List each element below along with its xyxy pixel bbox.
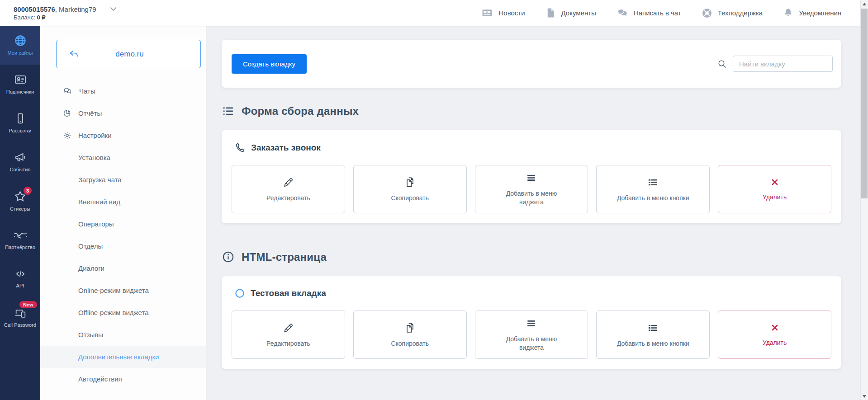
topnav-item-news[interactable]: Новости [481, 7, 525, 19]
action-label: Добавить в меню кнопки [617, 194, 689, 202]
nav-item-settings[interactable]: Настройки [40, 124, 206, 146]
nav-subitem-autoactions[interactable]: Автодействия [40, 368, 206, 390]
x-icon [769, 322, 780, 333]
nav-label: Диалоги [78, 264, 104, 272]
site-back-button[interactable]: demo.ru [56, 40, 201, 68]
phone-handset-icon [234, 142, 246, 153]
copy-button[interactable]: Скопировать [353, 165, 467, 213]
nav-subitem-install[interactable]: Установка [40, 146, 206, 169]
sidebar-label: События [9, 167, 30, 172]
tab-title: Тестовая вкладка [251, 288, 326, 298]
tab-card-title: Заказать звонок [234, 142, 831, 153]
add-widget-menu-button[interactable]: Добавить в меню виджета [475, 311, 588, 359]
add-button-menu-button[interactable]: Добавить в меню кнопки [596, 311, 710, 359]
nav-subitem-departments[interactable]: Отделы [40, 235, 206, 257]
edit-button[interactable]: Редактировать [232, 311, 345, 359]
nav-item-reports[interactable]: Отчёты [40, 102, 206, 124]
vertical-scrollbar[interactable] [860, 0, 868, 400]
chat-icon [616, 7, 629, 19]
topnav-item-notifications[interactable]: Уведомления [783, 7, 841, 19]
chevron-down-icon [110, 7, 117, 11]
search-area [717, 56, 833, 72]
action-label: Редактировать [266, 339, 310, 348]
new-badge: New [19, 301, 37, 308]
site-name: demo.ru [80, 50, 180, 59]
nav-label: Дополнительные вкладки [78, 353, 159, 361]
bell-icon [783, 7, 794, 19]
topnav-item-documents[interactable]: Документы [545, 7, 596, 19]
action-label: Удалить [763, 193, 787, 202]
sidebar-item-mailings[interactable]: Рассылки [0, 104, 40, 142]
nav-subitem-offline-mode[interactable]: Offline-режим виджета [40, 301, 206, 324]
code-icon [14, 268, 27, 280]
nav-label: Отделы [78, 242, 103, 250]
nav-subitem-appearance[interactable]: Внешний вид [40, 191, 206, 213]
nav-subitem-online-mode[interactable]: Online-режим виджета [40, 279, 206, 301]
search-input[interactable] [733, 56, 833, 72]
document-icon [545, 7, 556, 19]
action-label: Скопировать [391, 194, 429, 202]
nav-subitem-reviews[interactable]: Отзывы [40, 324, 206, 346]
copy-icon [404, 322, 416, 334]
devices-icon: New [14, 306, 27, 319]
delete-button[interactable]: Удалить [718, 165, 831, 213]
back-arrow-icon [68, 49, 80, 59]
copy-button[interactable]: Скопировать [353, 311, 467, 359]
nav-label: Online-режим виджета [78, 287, 149, 294]
sidebar-item-my-sites[interactable]: Мои сайты [0, 26, 40, 65]
action-label: Скопировать [391, 339, 429, 348]
scroll-up-arrow[interactable] [861, 0, 868, 8]
sidebar-item-partnership[interactable]: Партнёрство [0, 220, 40, 259]
nav-label: Установка [78, 154, 110, 161]
nav-label: Настройки [78, 132, 112, 139]
top-menu: Новости Документы Написать в чат Техподд… [481, 7, 841, 19]
add-button-menu-button[interactable]: Добавить в меню кнопки [596, 165, 710, 213]
sidebar-label: Рассылки [9, 128, 31, 133]
scroll-down-arrow[interactable] [861, 392, 868, 400]
nav-subitem-chat-loading[interactable]: Загрузка чата [40, 169, 206, 191]
nav-label: Отзывы [78, 331, 103, 339]
circle-icon [234, 288, 245, 299]
sidebar-item-call-password[interactable]: New Call Password [0, 298, 40, 337]
account-switcher[interactable]: 80005015576 , Marketing79 Баланс: 0 ₽ [14, 5, 117, 21]
sidebar-item-subscribers[interactable]: Подписчики [0, 65, 40, 104]
nav-subitem-dialogs[interactable]: Диалоги [40, 257, 206, 279]
edit-button[interactable]: Редактировать [232, 165, 345, 213]
search-icon[interactable] [717, 59, 727, 69]
sidebar-item-api[interactable]: API [0, 259, 40, 298]
add-widget-menu-button[interactable]: Добавить в меню виджета [475, 165, 588, 213]
newspaper-icon [481, 7, 493, 19]
topnav-item-write-chat[interactable]: Написать в чат [616, 7, 681, 19]
gear-icon [63, 131, 71, 140]
lifebuoy-icon [701, 7, 713, 19]
bullet-list-icon [647, 322, 659, 334]
delete-button[interactable]: Удалить [718, 311, 831, 359]
topnav-label: Уведомления [799, 9, 841, 17]
create-tab-button[interactable]: Создать вкладку [232, 54, 307, 74]
sidebar-label: Мои сайты [7, 50, 33, 56]
nav-label: Автодействия [78, 375, 122, 383]
topnav-label: Техподдержка [718, 9, 763, 17]
section-header-html-page: HTML-страница [222, 250, 841, 264]
nav-subitem-extra-tabs[interactable]: Дополнительные вкладки [40, 346, 206, 368]
tab-actions: Редактировать Скопировать Добавить в мен… [232, 165, 831, 213]
nav-subitem-operators[interactable]: Операторы [40, 213, 206, 235]
scroll-thumb[interactable] [861, 9, 868, 198]
star-icon: 3 [14, 190, 27, 203]
nav-item-chats[interactable]: Чаты [40, 80, 206, 102]
action-label: Удалить [763, 339, 787, 347]
topnav-item-support[interactable]: Техподдержка [701, 7, 763, 19]
sidebar-item-stickers[interactable]: 3 Стикеры [0, 181, 40, 220]
balance: Баланс: 0 ₽ [14, 14, 117, 21]
site-nav-panel: demo.ru Чаты Отчёты Настройки Установка … [40, 26, 206, 400]
globe-icon [14, 34, 27, 47]
action-label: Добавить в меню кнопки [617, 339, 689, 348]
topnav-label: Новости [498, 9, 525, 17]
sidebar-item-events[interactable]: События [0, 142, 40, 181]
account-id: 80005015576 [14, 5, 55, 13]
main-content: Создать вкладку Форма сбора данных Заказ… [206, 26, 860, 400]
nav-label: Загрузка чата [78, 176, 122, 184]
sidebar-label: Подписчики [6, 89, 34, 94]
account-name: , Marketing79 [55, 5, 96, 13]
phone-icon [14, 112, 26, 125]
